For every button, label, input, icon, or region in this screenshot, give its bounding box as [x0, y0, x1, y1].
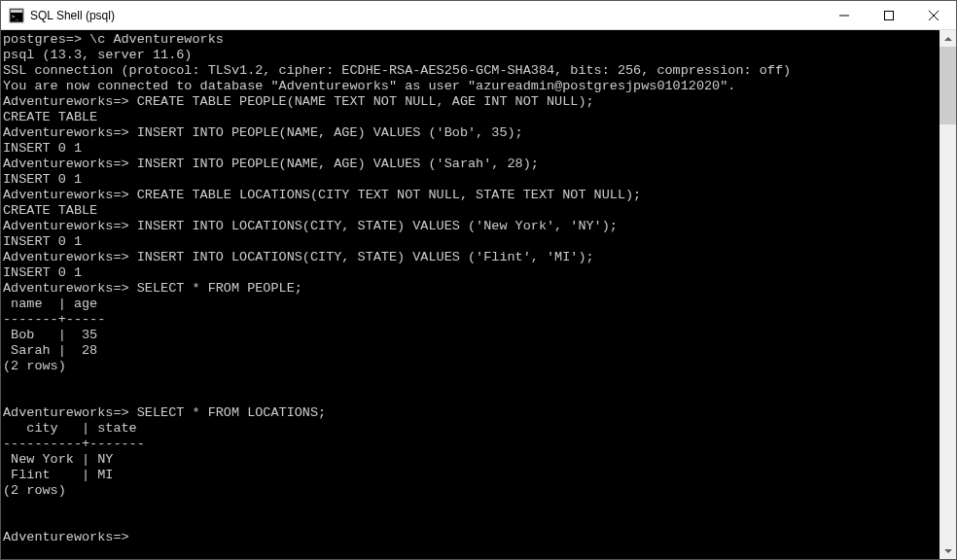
svg-marker-7: [944, 37, 952, 41]
maximize-button[interactable]: [867, 1, 911, 29]
minimize-button[interactable]: [822, 1, 867, 29]
scroll-down-arrow[interactable]: [939, 542, 956, 559]
vertical-scrollbar[interactable]: [939, 30, 956, 559]
window-title: SQL Shell (psql): [30, 9, 822, 22]
titlebar[interactable]: >_ SQL Shell (psql): [1, 1, 956, 30]
app-icon: >_: [9, 8, 24, 23]
scrollbar-thumb[interactable]: [939, 47, 956, 124]
close-button[interactable]: [911, 1, 956, 29]
terminal-area: postgres=> \c Adventureworks psql (13.3,…: [1, 30, 956, 559]
window-controls: [822, 1, 956, 29]
scroll-up-arrow[interactable]: [939, 30, 956, 47]
svg-text:>_: >_: [12, 13, 19, 20]
terminal-output[interactable]: postgres=> \c Adventureworks psql (13.3,…: [1, 30, 939, 559]
svg-marker-8: [944, 549, 952, 553]
svg-rect-4: [885, 11, 894, 19]
app-window: >_ SQL Shell (psql) postgres=> \c Advent…: [0, 0, 957, 560]
